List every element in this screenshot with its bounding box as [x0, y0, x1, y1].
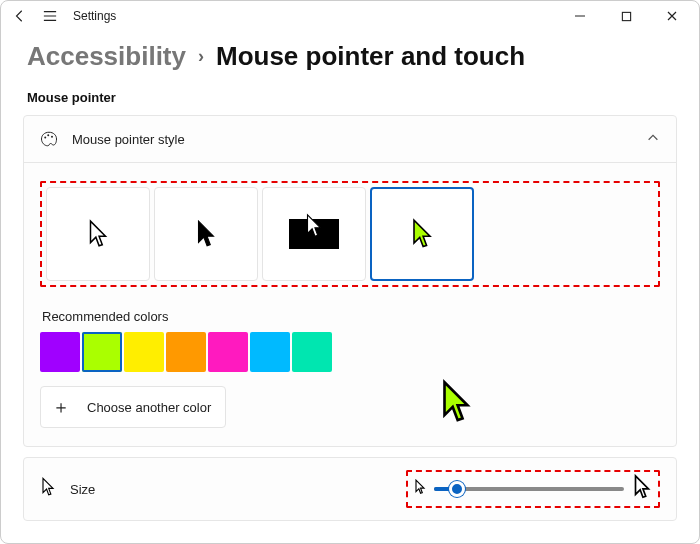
svg-point-1 [44, 137, 46, 139]
pointer-style-custom[interactable] [370, 187, 474, 281]
color-swatch[interactable] [166, 332, 206, 372]
color-swatch[interactable] [82, 332, 122, 372]
annotation-highlight-size [406, 470, 660, 508]
titlebar: Settings [1, 1, 699, 31]
pointer-style-expander[interactable]: Mouse pointer style [24, 116, 676, 162]
pointer-style-body: Recommended colors ＋ Choose another colo… [24, 162, 676, 446]
color-swatch[interactable] [40, 332, 80, 372]
expander-title: Mouse pointer style [72, 132, 632, 147]
maximize-button[interactable] [603, 1, 649, 31]
pointer-style-white[interactable] [46, 187, 150, 281]
color-swatch[interactable] [292, 332, 332, 372]
chevron-up-icon [646, 131, 660, 148]
chevron-right-icon: › [198, 46, 204, 67]
svg-rect-0 [622, 12, 630, 20]
page-title: Mouse pointer and touch [216, 41, 525, 72]
size-slider[interactable] [434, 487, 624, 491]
palette-icon [40, 130, 58, 148]
pointer-style-inverted[interactable] [262, 187, 366, 281]
close-button[interactable] [649, 1, 695, 31]
svg-point-2 [47, 134, 49, 136]
pointer-style-black[interactable] [154, 187, 258, 281]
section-label: Mouse pointer [1, 76, 699, 115]
pointer-style-panel: Mouse pointer style [23, 115, 677, 447]
cursor-icon [40, 477, 56, 501]
pointer-size-panel: Size [23, 457, 677, 521]
color-swatch[interactable] [208, 332, 248, 372]
color-swatch[interactable] [250, 332, 290, 372]
recommended-colors-label: Recommended colors [42, 309, 660, 324]
choose-another-color-label: Choose another color [87, 400, 211, 415]
plus-icon: ＋ [47, 393, 75, 421]
color-swatch[interactable] [124, 332, 164, 372]
choose-another-color-button[interactable]: ＋ Choose another color [40, 386, 226, 428]
cursor-preview-icon [437, 379, 475, 429]
cursor-small-icon [414, 479, 426, 499]
menu-icon[interactable] [43, 9, 57, 23]
cursor-large-icon [632, 474, 652, 504]
size-label: Size [70, 482, 392, 497]
recommended-colors-row [40, 332, 660, 372]
app-name: Settings [73, 9, 116, 23]
breadcrumb-parent[interactable]: Accessibility [27, 41, 186, 72]
back-icon[interactable] [13, 9, 27, 23]
breadcrumb: Accessibility › Mouse pointer and touch [1, 31, 699, 76]
minimize-button[interactable] [557, 1, 603, 31]
svg-point-3 [51, 136, 53, 138]
annotation-highlight-styles [40, 181, 660, 287]
